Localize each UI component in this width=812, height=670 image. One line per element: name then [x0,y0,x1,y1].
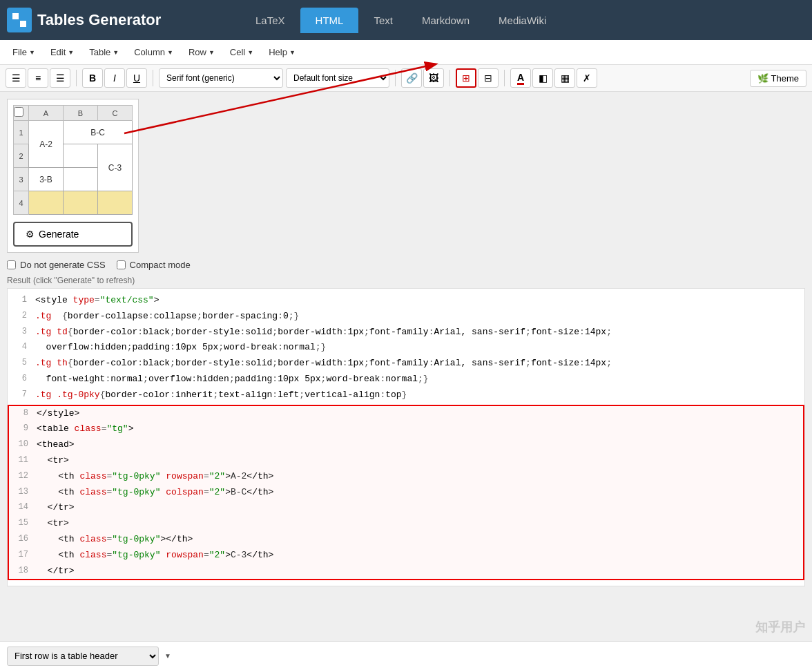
tab-markdown[interactable]: Markdown [408,9,483,32]
tab-html[interactable]: HTML [300,8,359,33]
align-left-icon: ☰ [12,73,21,84]
code-line-11: 11 <tr> [9,453,803,469]
sep4 [450,70,450,86]
logo-icon [7,8,32,32]
align-left-btn[interactable]: ☰ [6,68,26,88]
underline-btn[interactable]: U [126,68,147,88]
code-line-14: 14 </tr> [9,500,803,516]
col-header-a: A [29,106,64,121]
font-size-select[interactable]: Default font size [286,68,389,88]
erase-btn[interactable]: ✗ [577,68,597,88]
no-css-option[interactable]: Do not generate CSS [7,260,106,270]
theme-label: Theme [771,73,799,84]
tab-bar: LaTeX HTML Text Markdown MediaWiki [242,8,560,33]
align-right-btn[interactable]: ☰ [50,68,70,88]
svg-rect-0 [12,13,19,19]
generate-button[interactable]: ⚙ Generate [13,222,133,247]
code-line-18: 18 </tr> [9,564,803,580]
menu-column[interactable]: Column ▼ [127,44,180,60]
sep2 [153,70,153,86]
logo-area: Tables Generator [7,8,242,32]
compact-option[interactable]: Compact mode [117,260,191,270]
split-icon: ⊟ [484,73,492,84]
cell-b1-c1[interactable]: B-C [64,121,133,144]
link-btn[interactable]: 🔗 [401,68,422,88]
text-color-btn[interactable]: A [510,68,531,88]
italic-btn[interactable]: I [104,68,125,88]
select-all-checkbox[interactable] [14,107,23,117]
font-select[interactable]: Serif font (generic) [159,68,283,88]
footer-bar: First row is a table header No header Fi… [0,641,812,670]
align-right-icon: ☰ [56,73,65,84]
sep1 [76,70,77,86]
row-header-2: 2 [14,144,29,168]
no-css-checkbox[interactable] [7,260,16,269]
toolbar: ☰ ≡ ☰ B I U Serif font (generic) [0,65,812,92]
menu-cell[interactable]: Cell ▼ [223,44,260,60]
column-caret: ▼ [167,49,173,56]
table-caret: ▼ [113,49,119,56]
tab-latex[interactable]: LaTeX [242,9,299,32]
theme-leaf-icon: 🌿 [757,73,768,84]
row-header-1: 1 [14,121,29,144]
row-header-4: 4 [14,191,29,215]
erase-icon: ✗ [583,73,591,84]
align-center-btn[interactable]: ≡ [28,68,48,88]
image-btn[interactable]: 🖼 [423,68,444,88]
tab-mediawiki[interactable]: MediaWiki [485,9,560,32]
generate-label: Generate [39,229,79,240]
cell-a1-a2[interactable]: A-2 [29,121,64,168]
menu-help[interactable]: Help ▼ [262,44,302,60]
options-row: Do not generate CSS Compact mode [7,260,805,270]
merge-cells-btn[interactable]: ⊞ [456,68,476,88]
image-icon: 🖼 [429,73,438,84]
align-group: ☰ ≡ ☰ [6,68,70,88]
code-container[interactable]: 1 <style type="text/css"> 2 .tg {border-… [7,288,805,586]
code-line-12: 12 <th class="tg-0pky" rowspan="2">A-2</… [9,469,803,485]
cell-a4[interactable] [29,191,64,215]
bold-btn[interactable]: B [82,68,103,88]
merge-group: ⊞ ⊟ [456,68,499,88]
link-icon: 🔗 [406,73,418,84]
watermark: 知乎用户 [755,619,805,635]
col-header-b: B [64,106,98,121]
cell-a3[interactable]: 3-B [29,168,64,191]
code-line-15: 15 <tr> [9,516,803,532]
menu-edit[interactable]: Edit ▼ [44,44,81,60]
color-group: A ◧ ▦ ✗ [510,68,597,88]
bg-color-btn[interactable]: ◧ [532,68,553,88]
theme-btn[interactable]: 🌿 Theme [750,70,806,87]
table-grid: A B C 1 A-2 B-C 2 [13,105,133,215]
row-caret: ▼ [209,49,215,56]
help-caret: ▼ [289,49,296,56]
footer-select-caret: ▼ [164,652,171,660]
merge-icon: ⊞ [462,73,470,84]
cell-c2-c3[interactable]: C-3 [98,144,133,191]
sep3 [395,70,396,86]
compact-checkbox[interactable] [117,260,126,269]
cell-c4[interactable] [98,191,133,215]
cell-b3-empty[interactable] [64,168,98,191]
bg-color-icon: ◧ [539,73,548,84]
cell-b4[interactable] [64,191,98,215]
code-line-8: 8 </style> [9,406,803,422]
menu-table[interactable]: Table ▼ [82,44,126,60]
underline-icon: U [133,73,140,84]
border-color-btn[interactable]: ▦ [554,68,575,88]
menubar: File ▼ Edit ▼ Table ▼ Column ▼ Row ▼ Cel… [0,40,812,65]
header-mode-select[interactable]: First row is a table header No header Fi… [7,647,159,666]
code-line-17: 17 <th class="tg-0pky" rowspan="2">C-3</… [9,548,803,564]
header: Tables Generator LaTeX HTML Text Markdow… [0,0,812,40]
grid-table: A B C 1 A-2 B-C 2 [13,105,133,215]
italic-icon: I [113,73,116,84]
file-caret: ▼ [29,49,35,56]
gear-icon: ⚙ [26,229,35,240]
annotation-container: A B C 1 A-2 B-C 2 [7,99,139,253]
text-color-icon: A [517,72,524,85]
menu-file[interactable]: File ▼ [6,44,42,60]
tab-text[interactable]: Text [360,9,407,32]
menu-row[interactable]: Row ▼ [182,44,222,60]
split-cells-btn[interactable]: ⊟ [478,68,499,88]
code-line-4: 4 overflow:hidden;padding:10px 5px;word-… [8,340,804,356]
cell-b2-empty[interactable] [64,144,98,168]
